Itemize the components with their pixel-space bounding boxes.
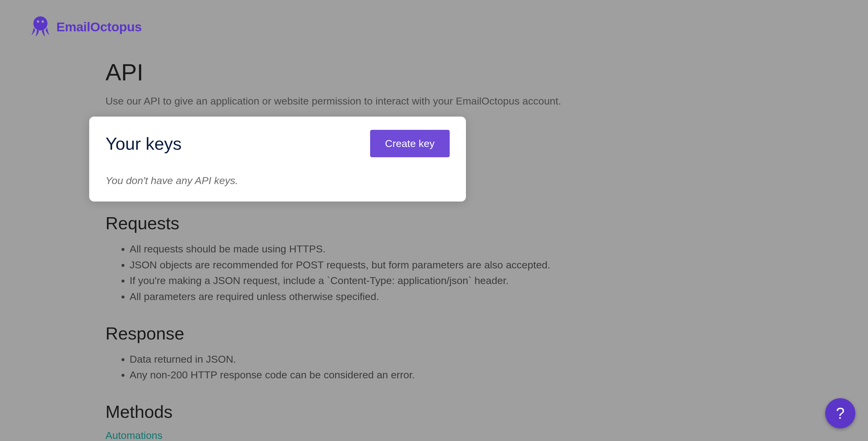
- list-item: Any non-200 HTTP response code can be co…: [130, 367, 769, 383]
- question-mark-icon: ?: [836, 404, 845, 422]
- requests-list: All requests should be made using HTTPS.…: [105, 241, 769, 305]
- keys-card-title: Your keys: [105, 133, 182, 154]
- page-subtitle: Use our API to give an application or we…: [105, 95, 769, 107]
- page-title: API: [105, 59, 769, 86]
- methods-list: Automations Start automation Campaigns: [105, 430, 769, 441]
- list-item: All parameters are required unless other…: [130, 289, 769, 305]
- svg-point-0: [33, 16, 48, 30]
- help-button[interactable]: ?: [825, 398, 855, 428]
- brand-logo[interactable]: EmailOctopus: [29, 14, 142, 39]
- requests-heading: Requests: [105, 213, 769, 233]
- method-group-automations[interactable]: Automations: [105, 430, 162, 441]
- list-item: If you're making a JSON request, include…: [130, 273, 769, 289]
- list-item: Data returned in JSON.: [130, 351, 769, 367]
- create-key-button[interactable]: Create key: [370, 130, 450, 157]
- empty-keys-message: You don't have any API keys.: [105, 175, 450, 186]
- svg-point-1: [37, 21, 39, 23]
- brand-name: EmailOctopus: [56, 20, 142, 34]
- list-item: JSON objects are recommended for POST re…: [130, 257, 769, 273]
- list-item: All requests should be made using HTTPS.: [130, 241, 769, 257]
- response-list: Data returned in JSON. Any non-200 HTTP …: [105, 351, 769, 383]
- svg-point-2: [41, 21, 44, 23]
- response-heading: Response: [105, 323, 769, 343]
- card-header: Your keys Create key: [105, 130, 450, 157]
- main-content: API Use our API to give an application o…: [105, 59, 769, 441]
- octopus-icon: [29, 14, 52, 39]
- api-keys-card: Your keys Create key You don't have any …: [89, 117, 466, 201]
- methods-heading: Methods: [105, 402, 769, 422]
